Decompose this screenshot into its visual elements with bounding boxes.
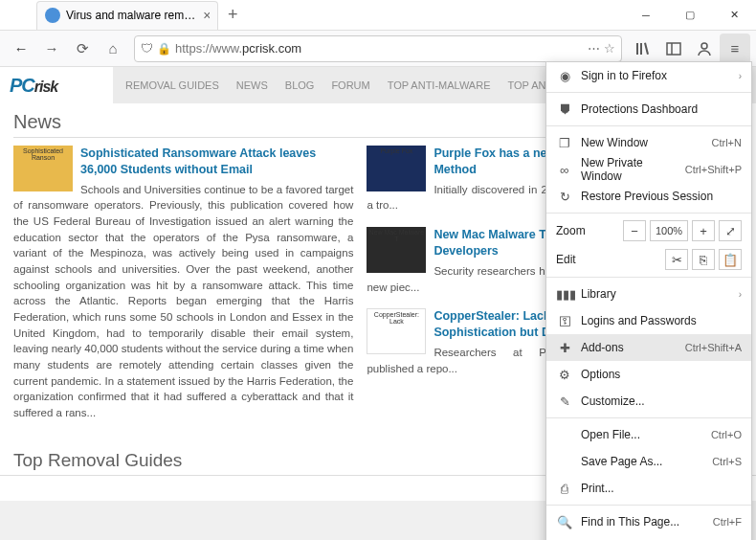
menu-open-file[interactable]: Open File... Ctrl+O: [546, 421, 751, 448]
titlebar: Virus and malware removal ins × + ─ ▢ ✕: [0, 0, 756, 31]
cut-button[interactable]: ✂: [665, 249, 688, 270]
menu-new-window[interactable]: ❐ New Window Ctrl+N: [546, 129, 751, 156]
library-button[interactable]: [628, 34, 658, 64]
logo-risk: risk: [34, 79, 57, 95]
library-icon: ▮▮▮: [556, 287, 573, 302]
restore-icon: ↻: [556, 190, 573, 204]
print-icon: ⎙: [556, 482, 573, 496]
bookmark-star-icon[interactable]: ☆: [604, 41, 615, 56]
account-icon: ◉: [556, 69, 573, 83]
article-4-thumb: CopperStealer: Lack: [367, 308, 426, 354]
nav-news[interactable]: NEWS: [228, 79, 277, 91]
puzzle-icon: ✚: [556, 341, 573, 355]
close-button[interactable]: ✕: [712, 0, 756, 31]
url-bar[interactable]: 🛡 🔒 https://www.pcrisk.com ⋯ ☆: [134, 35, 622, 62]
nav-anti-malware[interactable]: TOP ANTI-MALWARE: [379, 79, 500, 91]
article-1-thumb: Sophisticated Ranson: [13, 146, 73, 191]
url-more-icon[interactable]: ⋯: [588, 41, 600, 56]
article-3-thumb: New Mac Malware T: [367, 227, 426, 273]
menu-new-private[interactable]: ∞ New Private Window Ctrl+Shift+P: [546, 156, 751, 183]
zoom-out-button[interactable]: −: [623, 220, 646, 241]
lock-icon: 🔒: [157, 42, 171, 56]
app-menu-button[interactable]: ≡: [720, 34, 750, 64]
nav-forum[interactable]: FORUM: [322, 79, 378, 91]
nav-blog[interactable]: BLOG: [277, 79, 323, 91]
menu-addons[interactable]: ✚ Add-ons Ctrl+Shift+A: [546, 334, 751, 361]
article-1-body: Schools and Universities continue to be …: [13, 182, 353, 421]
back-button[interactable]: ←: [6, 34, 36, 64]
menu-protections[interactable]: ⛊ Protections Dashboard: [546, 96, 751, 123]
article-2-thumb: Purple Fox: [367, 146, 426, 191]
menu-options[interactable]: ⚙ Options: [546, 361, 751, 388]
maximize-button[interactable]: ▢: [668, 0, 712, 31]
new-tab-button[interactable]: +: [228, 5, 238, 25]
sidebar-button[interactable]: [658, 34, 689, 64]
menu-customize[interactable]: ✎ Customize...: [546, 388, 751, 415]
minimize-button[interactable]: ─: [624, 0, 668, 31]
brush-icon: ✎: [556, 394, 573, 409]
tab-title: Virus and malware removal ins: [66, 9, 197, 22]
menu-library[interactable]: ▮▮▮ Library ›: [546, 281, 751, 307]
menu-restore[interactable]: ↻ Restore Previous Session: [546, 183, 751, 210]
fullscreen-button[interactable]: ⤢: [719, 220, 742, 241]
menu-edit-row: Edit ✂ ⎘ 📋: [546, 245, 751, 274]
paste-button[interactable]: 📋: [719, 249, 742, 270]
menu-zoom-row: Zoom − 100% + ⤢: [546, 216, 751, 245]
window-controls: ─ ▢ ✕: [624, 0, 756, 31]
copy-button[interactable]: ⎘: [692, 249, 715, 270]
section-news-title: News: [13, 111, 630, 138]
app-menu-panel: ◉ Sign in to Firefox › ⛊ Protections Das…: [545, 61, 752, 540]
menu-save-as[interactable]: Save Page As... Ctrl+S: [546, 448, 751, 475]
forward-button[interactable]: →: [36, 34, 67, 64]
tab-close-icon[interactable]: ×: [203, 8, 210, 23]
favicon-icon: [45, 8, 60, 23]
account-button[interactable]: [689, 34, 720, 64]
menu-more[interactable]: More ›: [546, 535, 751, 540]
menu-signin[interactable]: ◉ Sign in to Firefox ›: [546, 62, 751, 89]
url-prefix: https://www.: [175, 41, 242, 56]
zoom-level[interactable]: 100%: [650, 220, 688, 241]
menu-find[interactable]: 🔍 Find in This Page... Ctrl+F: [546, 508, 751, 535]
search-icon: 🔍: [556, 515, 573, 529]
chevron-right-icon: ›: [739, 71, 742, 81]
menu-print[interactable]: ⎙ Print...: [546, 475, 751, 502]
logo-pc: PC: [10, 75, 34, 96]
article-1: Sophisticated Ranson Sophisticated Ranso…: [13, 146, 353, 421]
home-button[interactable]: ⌂: [98, 34, 128, 64]
browser-tab[interactable]: Virus and malware removal ins ×: [36, 1, 218, 30]
nav-removal-guides[interactable]: REMOVAL GUIDES: [117, 79, 228, 91]
chevron-right-icon: ›: [739, 289, 742, 300]
site-logo[interactable]: PCrisk: [0, 67, 113, 103]
reload-button[interactable]: ⟳: [67, 34, 98, 64]
menu-logins[interactable]: ⚿ Logins and Passwords: [546, 307, 751, 334]
url-domain: pcrisk.com: [242, 41, 301, 56]
zoom-in-button[interactable]: +: [692, 220, 715, 241]
svg-point-2: [701, 43, 707, 49]
window-icon: ❐: [556, 136, 573, 150]
gear-icon: ⚙: [556, 368, 573, 382]
key-icon: ⚿: [556, 314, 573, 328]
svg-rect-0: [667, 43, 680, 55]
mask-icon: ∞: [556, 163, 573, 177]
dashboard-icon: ⛊: [556, 102, 573, 117]
shield-icon: 🛡: [141, 41, 153, 56]
